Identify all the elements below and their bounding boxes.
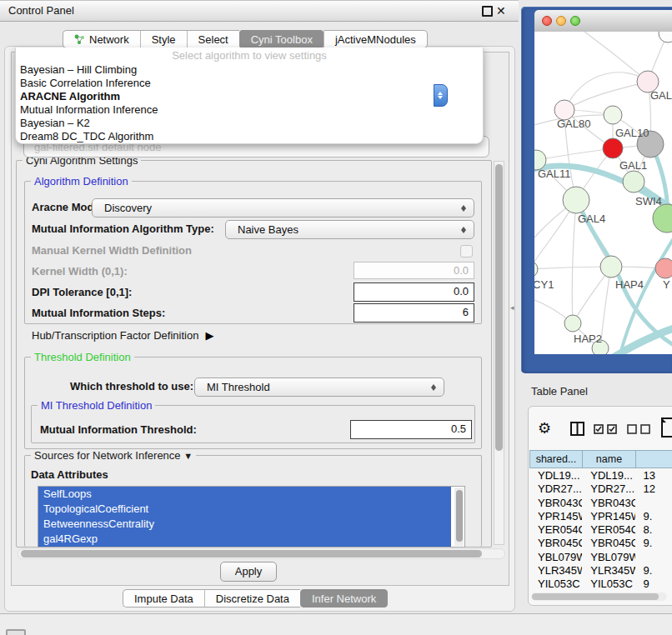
close-icon[interactable]: ✕ <box>496 1 506 21</box>
table-cell <box>635 551 672 564</box>
network-node[interactable] <box>563 187 589 213</box>
manual-kernel-width-checkbox[interactable] <box>460 245 473 258</box>
table-cell: YER054C <box>582 523 634 537</box>
mi-steps-label: Mutual Information Steps: <box>32 307 165 319</box>
collapsed-panel-icon[interactable] <box>6 629 26 635</box>
data-attributes-list[interactable]: SelfLoopsTopologicalCoefficientBetweenne… <box>38 486 465 548</box>
tab-network[interactable]: Network <box>63 30 140 48</box>
minimize-traffic-light[interactable] <box>556 16 566 26</box>
table-cell <box>635 497 672 510</box>
close-traffic-light[interactable] <box>542 16 552 26</box>
table-cell: YDL19... <box>529 469 582 482</box>
algorithm-option[interactable]: ARACNE Algorithm <box>16 90 483 103</box>
tab-cyni-toolbox[interactable]: Cyni Toolbox <box>239 30 323 48</box>
kernel-width-label: Kernel Width (0,1): <box>32 265 128 278</box>
algorithm-option[interactable]: Mutual Information Inference <box>16 103 483 117</box>
kernel-width-input[interactable]: 0.0 <box>354 262 474 279</box>
column-header[interactable]: name <box>583 450 636 468</box>
settings-horizontal-scrollbar[interactable] <box>18 548 505 559</box>
apply-button[interactable]: Apply <box>220 562 277 582</box>
network-node[interactable] <box>623 171 644 192</box>
which-threshold-select[interactable]: MI Threshold <box>194 378 444 397</box>
network-node[interactable] <box>534 261 538 278</box>
column-header[interactable] <box>636 450 672 468</box>
attribute-list-item[interactable]: BetweennessCentrality <box>38 517 451 532</box>
tab-style[interactable]: Style <box>140 30 187 48</box>
algorithm-option[interactable]: Basic Correlation Inference <box>16 77 483 90</box>
mi-threshold-input[interactable]: 0.5 <box>350 420 472 439</box>
tab-select[interactable]: Select <box>187 30 239 48</box>
network-window-titlebar[interactable] <box>534 10 672 32</box>
network-canvas[interactable]: GALGAL80GAL10GAL1GAL11SWI4GAL4GCY1HAP4YH… <box>534 32 672 354</box>
attribute-list-item[interactable]: SelfLoops <box>38 487 451 502</box>
network-node[interactable] <box>659 32 672 42</box>
table-cell: 8. <box>635 523 672 537</box>
network-node[interactable] <box>603 138 623 158</box>
scrollbar-thumb[interactable] <box>21 550 482 558</box>
expand-arrow-icon: ▶ <box>205 329 213 342</box>
hub-definition-expander[interactable]: Hub/Transcription Factor Definition▶ <box>32 329 213 342</box>
scrollbar-thumb[interactable] <box>456 490 463 542</box>
network-node[interactable] <box>604 106 622 124</box>
aracne-mode-select[interactable]: Discovery <box>92 198 474 218</box>
table-row[interactable]: YPR145WYPR145W9. <box>529 510 672 523</box>
mi-steps-input[interactable]: 6 <box>354 303 474 322</box>
tab-jactivemnodules[interactable]: jActiveMNodules <box>323 30 428 48</box>
mi-threshold-definition-title: MI Threshold Definition <box>38 399 155 412</box>
tab-impute-data[interactable]: Impute Data <box>123 589 204 608</box>
algorithm-option[interactable]: Bayesian – K2 <box>16 117 483 130</box>
zoom-traffic-light[interactable] <box>570 16 580 26</box>
table-header-row: shared...name <box>529 450 672 468</box>
network-node[interactable] <box>653 204 672 232</box>
split-columns-icon[interactable] <box>570 422 584 436</box>
select-all-checkboxes-icon[interactable] <box>594 424 619 434</box>
sources-group-title[interactable]: Sources for Network Inference ▼ <box>31 449 196 462</box>
node-label: GAL4 <box>578 212 605 225</box>
table-row[interactable]: YDR27...YDR27...12 <box>529 482 672 496</box>
network-node[interactable] <box>564 315 581 332</box>
deselect-checkboxes-icon[interactable] <box>627 424 652 434</box>
focused-combo-spinner[interactable] <box>434 84 448 107</box>
table-row[interactable]: YBL079WYBL079W <box>529 551 672 564</box>
network-node[interactable] <box>600 256 622 278</box>
table-cell: 9. <box>635 537 672 550</box>
table-body[interactable]: YDL19...YDL19...13YDR27...YDR27...12YBR0… <box>529 469 672 588</box>
tab-discretize-data[interactable]: Discretize Data <box>204 589 300 608</box>
scrollbar-thumb[interactable] <box>495 164 503 451</box>
table-horizontal-scrollbar[interactable] <box>531 592 667 601</box>
network-node[interactable] <box>655 258 672 278</box>
table-row[interactable]: YBR045CYBR045C9. <box>529 537 672 550</box>
tab-infer-network[interactable]: Infer Network <box>300 589 388 608</box>
scrollbar-thumb[interactable] <box>532 593 659 600</box>
table-row[interactable]: YBR043CYBR043C <box>529 497 672 510</box>
float-window-icon[interactable] <box>482 6 493 17</box>
spinner-arrows-icon <box>460 202 468 214</box>
table-row[interactable]: YDL19...YDL19...13 <box>529 469 672 482</box>
settings-vertical-scrollbar[interactable] <box>494 161 504 545</box>
table-row[interactable]: YER054CYER054C8. <box>529 523 672 537</box>
table-cell: YIL053C <box>529 578 582 588</box>
table-cell: YBR043C <box>529 497 582 510</box>
table-cell: YBR045C <box>582 537 634 550</box>
table-cell: YBR043C <box>582 497 634 510</box>
dpi-tolerance-input[interactable]: 0.0 <box>354 282 474 302</box>
network-edge <box>564 82 648 110</box>
list-scrollbar[interactable] <box>454 488 464 546</box>
table-cell: YDL19... <box>582 469 634 482</box>
table-cell: YER054C <box>529 523 582 537</box>
settings-gear-icon[interactable]: ⚙ <box>538 419 551 438</box>
table-cell: 9 <box>635 578 672 588</box>
network-edge <box>572 200 576 323</box>
table-row[interactable]: YIL053CYIL053C9 <box>529 578 672 588</box>
node-label: GAL10 <box>615 127 649 139</box>
panel-resize-handle[interactable]: ◂ <box>510 303 514 312</box>
attribute-list-item[interactable]: TopologicalCoefficient <box>38 502 451 517</box>
algorithm-option[interactable]: Bayesian – Hill Climbing <box>16 63 483 77</box>
document-icon[interactable] <box>661 418 672 438</box>
which-threshold-label: Which threshold to use: <box>70 380 193 392</box>
mi-algorithm-type-select[interactable]: Naive Bayes <box>225 220 474 239</box>
column-header[interactable]: shared... <box>529 450 583 468</box>
table-row[interactable]: YLR345WYLR345W9. <box>529 564 672 578</box>
algorithm-option[interactable]: Dream8 DC_TDC Algorithm <box>16 130 483 143</box>
attribute-list-item[interactable]: gal4RGexp <box>38 532 451 547</box>
